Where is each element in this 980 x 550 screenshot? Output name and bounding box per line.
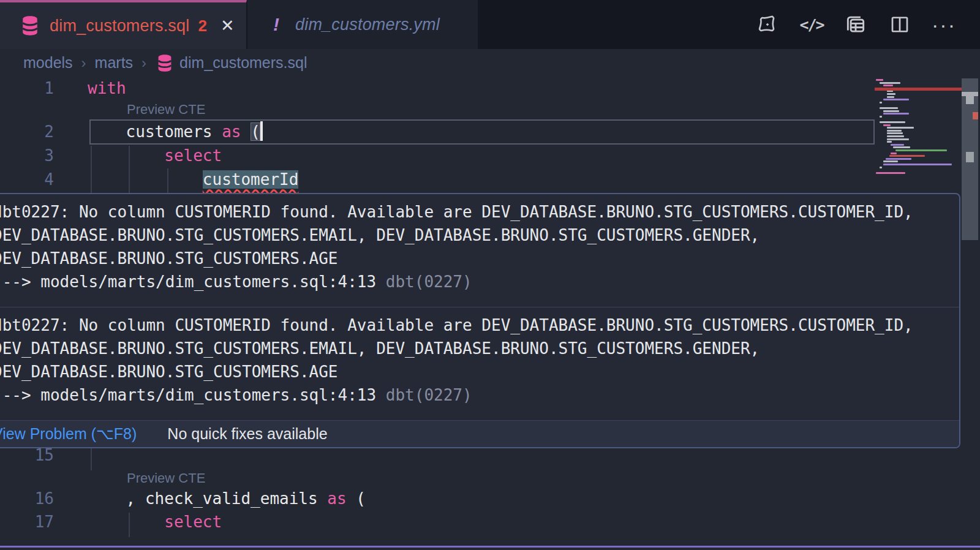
codelens-preview-cte[interactable]: Preview CTE <box>127 469 205 488</box>
breadcrumb-marts[interactable]: marts <box>95 54 134 72</box>
chevron-right-icon: › <box>141 55 146 72</box>
dbt-power-user-icon[interactable] <box>756 13 779 36</box>
breadcrumb: models › marts › dim_customers.sql <box>0 49 875 77</box>
diagnostic-text: dbt0227: No column CUSTOMERID found. Ava… <box>0 200 953 224</box>
indent-guide <box>91 146 92 193</box>
scrollbar-error-marker <box>973 112 978 119</box>
code-line[interactable]: 4 customerId <box>0 168 875 192</box>
code-line[interactable]: 1with <box>0 77 875 100</box>
database-icon <box>156 54 173 72</box>
code-line[interactable]: 17 select <box>0 510 875 534</box>
minimap-code-line <box>883 160 898 162</box>
line-number: 4 <box>0 168 54 192</box>
code-text: with <box>88 77 126 100</box>
diagnostic-text: dbt0227: No column CUSTOMERID found. Ava… <box>0 314 953 337</box>
code-text: select <box>88 510 222 534</box>
code-text: , check_valid_emails as ( <box>88 487 366 511</box>
codelens-preview-cte[interactable]: Preview CTE <box>127 100 205 119</box>
query-results-table-icon[interactable] <box>844 13 867 36</box>
editor-actions: </> ··· <box>756 0 956 49</box>
code-text: select <box>88 144 222 168</box>
tab-dim-customers-sql[interactable]: dim_customers.sql 2 ✕ <box>0 0 247 49</box>
editor-tab-bar: dim_customers.sql 2 ✕ ! dim_customers.ym… <box>0 0 980 49</box>
minimap-code-line <box>880 116 882 118</box>
minimap-code-line <box>883 110 899 112</box>
scrollbar-cursor-marker <box>966 96 974 104</box>
diagnostic-location: --> models/marts/dim_customers.sql:4:13 … <box>0 383 953 407</box>
more-actions-icon[interactable]: ··· <box>932 13 956 36</box>
breadcrumb-file[interactable]: dim_customers.sql <box>179 54 307 72</box>
minimap-code-line <box>880 107 898 109</box>
current-line-highlight <box>89 119 875 145</box>
tab-dim-customers-yml[interactable]: ! dim_customers.yml <box>247 0 478 49</box>
minimap-code-line <box>883 124 891 126</box>
minimap-code-line <box>880 82 900 84</box>
minimap-code-line <box>887 135 904 137</box>
minimap-code-line <box>876 79 883 81</box>
diagnostic-text: DEV_DATABASE.BRUNO.STG_CUSTOMERS.EMAIL, … <box>0 337 953 360</box>
minimap-code-line <box>891 153 897 154</box>
diagnostic-text: DEV_DATABASE.BRUNO.STG_CUSTOMERS.AGE <box>0 247 953 270</box>
panel-top-border <box>0 546 980 548</box>
diagnostic-code: dbt(0227) <box>386 386 472 404</box>
scrollbar[interactable] <box>962 77 978 550</box>
minimap-code-line <box>887 127 914 129</box>
line-number: 3 <box>0 144 54 168</box>
diagnostic-code: dbt(0227) <box>386 273 472 291</box>
minimap-code-line <box>883 99 909 100</box>
minimap-error-line <box>875 88 962 91</box>
line-number: 1 <box>0 77 54 100</box>
minimap-code-line <box>886 158 911 160</box>
diagnostic-message-block: dbt0227: No column CUSTOMERID found. Ava… <box>0 307 959 420</box>
quick-fix-message: No quick fixes available <box>167 425 327 443</box>
minimap-code-line <box>895 149 947 151</box>
minimap-code-line <box>876 172 905 174</box>
minimap-code-line <box>887 132 903 134</box>
minimap-code-line <box>880 167 882 168</box>
minimap-code-line <box>893 146 910 148</box>
code-text: customerId <box>88 168 298 192</box>
code-editor[interactable]: 1withPreview CTE2 customers as (3 select… <box>0 77 980 550</box>
minimap-code-line <box>880 102 882 104</box>
compile-code-icon[interactable]: </> <box>800 13 823 36</box>
problem-hover-popup: dbt0227: No column CUSTOMERID found. Ava… <box>0 193 960 448</box>
scrollbar-decoration-marker <box>966 152 974 162</box>
close-icon[interactable]: ✕ <box>221 18 235 34</box>
code-line[interactable]: 16 , check_valid_emails as ( <box>0 487 875 511</box>
breadcrumb-models[interactable]: models <box>23 54 73 72</box>
tab-badge: 2 <box>198 17 206 36</box>
error-exclamation-icon: ! <box>273 14 279 35</box>
minimap-code-line <box>889 155 925 157</box>
minimap-code-line <box>883 164 952 165</box>
minimap-code-line <box>887 90 893 92</box>
minimap-code-line <box>887 141 892 143</box>
minimap-code-line <box>887 130 902 132</box>
tab-title: dim_customers.yml <box>295 15 440 34</box>
minimap-code-line <box>887 93 895 95</box>
minimap-code-line <box>891 144 904 146</box>
line-number: 17 <box>0 510 54 534</box>
line-number: 2 <box>0 120 54 144</box>
minimap-code-line <box>883 85 893 86</box>
minimap-code-line <box>887 96 894 98</box>
diagnostic-text: DEV_DATABASE.BRUNO.STG_CUSTOMERS.AGE <box>0 360 953 383</box>
tab-title: dim_customers.sql <box>50 17 189 36</box>
minimap-code-line <box>880 121 905 123</box>
diagnostic-text: DEV_DATABASE.BRUNO.STG_CUSTOMERS.EMAIL, … <box>0 224 953 247</box>
minimap-code-line <box>887 138 909 140</box>
database-icon <box>20 15 40 36</box>
indent-guide <box>129 513 130 537</box>
line-number: 16 <box>0 487 54 511</box>
view-problem-link[interactable]: View Problem (⌥F8) <box>0 425 137 443</box>
split-editor-icon[interactable] <box>888 13 911 36</box>
indent-guide <box>167 168 168 193</box>
popup-status-bar: View Problem (⌥F8) No quick fixes availa… <box>0 420 959 447</box>
scrollbar-selection-marker <box>962 92 978 96</box>
chevron-right-icon: › <box>81 55 86 72</box>
vscode-editor-window: dim_customers.sql 2 ✕ ! dim_customers.ym… <box>0 0 980 550</box>
minimap-code-line <box>883 113 909 115</box>
indent-guide <box>129 146 130 193</box>
diagnostic-location: --> models/marts/dim_customers.sql:4:13 … <box>0 270 953 293</box>
diagnostic-message-block: dbt0227: No column CUSTOMERID found. Ava… <box>0 194 959 307</box>
code-line[interactable]: 3 select <box>0 144 875 168</box>
